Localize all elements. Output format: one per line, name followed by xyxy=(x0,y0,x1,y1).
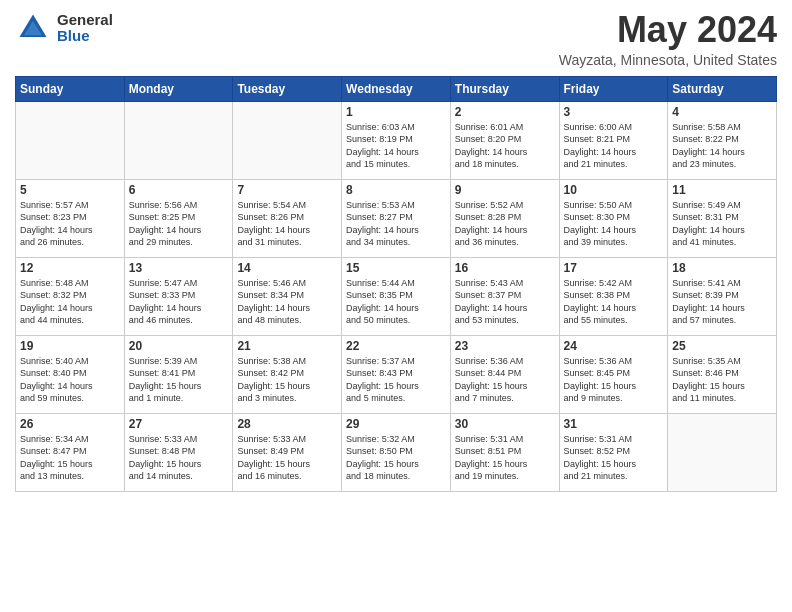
calendar-cell: 19Sunrise: 5:40 AM Sunset: 8:40 PM Dayli… xyxy=(16,335,125,413)
day-number: 19 xyxy=(20,339,120,353)
day-number: 12 xyxy=(20,261,120,275)
calendar-cell: 18Sunrise: 5:41 AM Sunset: 8:39 PM Dayli… xyxy=(668,257,777,335)
day-info: Sunrise: 5:58 AM Sunset: 8:22 PM Dayligh… xyxy=(672,121,772,171)
day-number: 25 xyxy=(672,339,772,353)
logo-icon xyxy=(15,10,51,46)
weekday-header-wednesday: Wednesday xyxy=(342,76,451,101)
calendar-cell: 30Sunrise: 5:31 AM Sunset: 8:51 PM Dayli… xyxy=(450,413,559,491)
calendar-cell: 14Sunrise: 5:46 AM Sunset: 8:34 PM Dayli… xyxy=(233,257,342,335)
day-number: 31 xyxy=(564,417,664,431)
subtitle: Wayzata, Minnesota, United States xyxy=(559,52,777,68)
logo-general-text: General xyxy=(57,12,113,29)
day-info: Sunrise: 5:56 AM Sunset: 8:25 PM Dayligh… xyxy=(129,199,229,249)
calendar-cell: 27Sunrise: 5:33 AM Sunset: 8:48 PM Dayli… xyxy=(124,413,233,491)
logo-blue-text: Blue xyxy=(57,28,113,45)
title-area: May 2024 Wayzata, Minnesota, United Stat… xyxy=(559,10,777,68)
calendar-cell: 24Sunrise: 5:36 AM Sunset: 8:45 PM Dayli… xyxy=(559,335,668,413)
calendar-cell: 11Sunrise: 5:49 AM Sunset: 8:31 PM Dayli… xyxy=(668,179,777,257)
calendar-cell xyxy=(124,101,233,179)
day-number: 13 xyxy=(129,261,229,275)
calendar-cell: 26Sunrise: 5:34 AM Sunset: 8:47 PM Dayli… xyxy=(16,413,125,491)
weekday-header-monday: Monday xyxy=(124,76,233,101)
day-number: 5 xyxy=(20,183,120,197)
weekday-header-friday: Friday xyxy=(559,76,668,101)
week-row-3: 12Sunrise: 5:48 AM Sunset: 8:32 PM Dayli… xyxy=(16,257,777,335)
day-number: 20 xyxy=(129,339,229,353)
day-number: 26 xyxy=(20,417,120,431)
day-number: 17 xyxy=(564,261,664,275)
day-info: Sunrise: 5:53 AM Sunset: 8:27 PM Dayligh… xyxy=(346,199,446,249)
page: General Blue May 2024 Wayzata, Minnesota… xyxy=(0,0,792,612)
calendar: SundayMondayTuesdayWednesdayThursdayFrid… xyxy=(15,76,777,492)
day-number: 29 xyxy=(346,417,446,431)
day-info: Sunrise: 6:03 AM Sunset: 8:19 PM Dayligh… xyxy=(346,121,446,171)
day-number: 11 xyxy=(672,183,772,197)
calendar-cell: 10Sunrise: 5:50 AM Sunset: 8:30 PM Dayli… xyxy=(559,179,668,257)
day-info: Sunrise: 5:36 AM Sunset: 8:44 PM Dayligh… xyxy=(455,355,555,405)
day-number: 27 xyxy=(129,417,229,431)
day-number: 15 xyxy=(346,261,446,275)
day-info: Sunrise: 5:47 AM Sunset: 8:33 PM Dayligh… xyxy=(129,277,229,327)
day-info: Sunrise: 5:42 AM Sunset: 8:38 PM Dayligh… xyxy=(564,277,664,327)
day-info: Sunrise: 6:00 AM Sunset: 8:21 PM Dayligh… xyxy=(564,121,664,171)
day-info: Sunrise: 5:35 AM Sunset: 8:46 PM Dayligh… xyxy=(672,355,772,405)
day-number: 7 xyxy=(237,183,337,197)
weekday-header-tuesday: Tuesday xyxy=(233,76,342,101)
calendar-cell xyxy=(233,101,342,179)
calendar-cell: 29Sunrise: 5:32 AM Sunset: 8:50 PM Dayli… xyxy=(342,413,451,491)
day-number: 6 xyxy=(129,183,229,197)
weekday-header-saturday: Saturday xyxy=(668,76,777,101)
calendar-cell: 7Sunrise: 5:54 AM Sunset: 8:26 PM Daylig… xyxy=(233,179,342,257)
weekday-header-sunday: Sunday xyxy=(16,76,125,101)
calendar-cell: 31Sunrise: 5:31 AM Sunset: 8:52 PM Dayli… xyxy=(559,413,668,491)
day-info: Sunrise: 5:54 AM Sunset: 8:26 PM Dayligh… xyxy=(237,199,337,249)
calendar-cell: 25Sunrise: 5:35 AM Sunset: 8:46 PM Dayli… xyxy=(668,335,777,413)
day-number: 22 xyxy=(346,339,446,353)
calendar-cell: 17Sunrise: 5:42 AM Sunset: 8:38 PM Dayli… xyxy=(559,257,668,335)
calendar-cell: 28Sunrise: 5:33 AM Sunset: 8:49 PM Dayli… xyxy=(233,413,342,491)
day-info: Sunrise: 5:57 AM Sunset: 8:23 PM Dayligh… xyxy=(20,199,120,249)
weekday-header-row: SundayMondayTuesdayWednesdayThursdayFrid… xyxy=(16,76,777,101)
week-row-4: 19Sunrise: 5:40 AM Sunset: 8:40 PM Dayli… xyxy=(16,335,777,413)
day-info: Sunrise: 5:52 AM Sunset: 8:28 PM Dayligh… xyxy=(455,199,555,249)
day-number: 10 xyxy=(564,183,664,197)
calendar-cell: 23Sunrise: 5:36 AM Sunset: 8:44 PM Dayli… xyxy=(450,335,559,413)
calendar-cell: 21Sunrise: 5:38 AM Sunset: 8:42 PM Dayli… xyxy=(233,335,342,413)
day-info: Sunrise: 5:46 AM Sunset: 8:34 PM Dayligh… xyxy=(237,277,337,327)
main-title: May 2024 xyxy=(559,10,777,50)
day-info: Sunrise: 5:33 AM Sunset: 8:49 PM Dayligh… xyxy=(237,433,337,483)
day-info: Sunrise: 5:38 AM Sunset: 8:42 PM Dayligh… xyxy=(237,355,337,405)
day-info: Sunrise: 5:41 AM Sunset: 8:39 PM Dayligh… xyxy=(672,277,772,327)
calendar-cell: 22Sunrise: 5:37 AM Sunset: 8:43 PM Dayli… xyxy=(342,335,451,413)
day-number: 3 xyxy=(564,105,664,119)
logo-text: General Blue xyxy=(57,12,113,45)
calendar-cell: 16Sunrise: 5:43 AM Sunset: 8:37 PM Dayli… xyxy=(450,257,559,335)
logo: General Blue xyxy=(15,10,113,46)
day-info: Sunrise: 5:31 AM Sunset: 8:52 PM Dayligh… xyxy=(564,433,664,483)
calendar-cell: 8Sunrise: 5:53 AM Sunset: 8:27 PM Daylig… xyxy=(342,179,451,257)
day-number: 2 xyxy=(455,105,555,119)
week-row-2: 5Sunrise: 5:57 AM Sunset: 8:23 PM Daylig… xyxy=(16,179,777,257)
day-number: 28 xyxy=(237,417,337,431)
day-number: 18 xyxy=(672,261,772,275)
calendar-cell: 5Sunrise: 5:57 AM Sunset: 8:23 PM Daylig… xyxy=(16,179,125,257)
day-number: 23 xyxy=(455,339,555,353)
calendar-cell: 4Sunrise: 5:58 AM Sunset: 8:22 PM Daylig… xyxy=(668,101,777,179)
day-info: Sunrise: 5:32 AM Sunset: 8:50 PM Dayligh… xyxy=(346,433,446,483)
week-row-1: 1Sunrise: 6:03 AM Sunset: 8:19 PM Daylig… xyxy=(16,101,777,179)
day-info: Sunrise: 5:31 AM Sunset: 8:51 PM Dayligh… xyxy=(455,433,555,483)
day-number: 21 xyxy=(237,339,337,353)
day-number: 4 xyxy=(672,105,772,119)
day-info: Sunrise: 5:48 AM Sunset: 8:32 PM Dayligh… xyxy=(20,277,120,327)
day-info: Sunrise: 5:36 AM Sunset: 8:45 PM Dayligh… xyxy=(564,355,664,405)
calendar-cell: 13Sunrise: 5:47 AM Sunset: 8:33 PM Dayli… xyxy=(124,257,233,335)
day-number: 14 xyxy=(237,261,337,275)
calendar-cell: 15Sunrise: 5:44 AM Sunset: 8:35 PM Dayli… xyxy=(342,257,451,335)
calendar-cell xyxy=(16,101,125,179)
day-info: Sunrise: 5:43 AM Sunset: 8:37 PM Dayligh… xyxy=(455,277,555,327)
calendar-cell: 2Sunrise: 6:01 AM Sunset: 8:20 PM Daylig… xyxy=(450,101,559,179)
calendar-cell: 6Sunrise: 5:56 AM Sunset: 8:25 PM Daylig… xyxy=(124,179,233,257)
day-info: Sunrise: 5:37 AM Sunset: 8:43 PM Dayligh… xyxy=(346,355,446,405)
weekday-header-thursday: Thursday xyxy=(450,76,559,101)
day-number: 1 xyxy=(346,105,446,119)
